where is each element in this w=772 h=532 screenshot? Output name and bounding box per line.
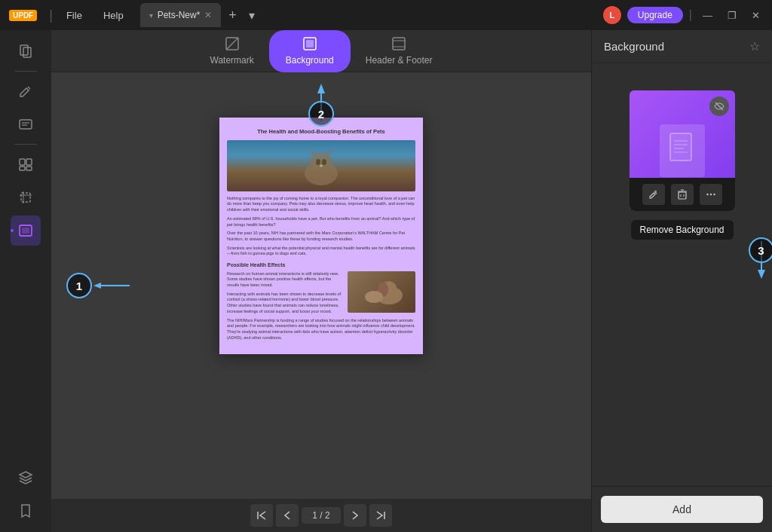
- body6: Interacting with animals has been shown …: [227, 292, 343, 315]
- first-page-button[interactable]: [250, 504, 273, 527]
- background-label: Background: [286, 55, 334, 66]
- svg-rect-40: [670, 133, 691, 161]
- svg-rect-0: [20, 45, 28, 55]
- sidebar-icon-pages[interactable]: [11, 36, 41, 66]
- sidebar-icon-edit[interactable]: [11, 76, 41, 106]
- sidebar-icon-background[interactable]: [11, 216, 41, 246]
- right-panel-footer: Add: [592, 486, 772, 532]
- sidebar-icon-bookmark[interactable]: [11, 496, 41, 526]
- svg-rect-5: [20, 159, 25, 165]
- svg-point-51: [706, 194, 708, 195]
- callout-1: 1: [66, 273, 133, 298]
- eye-off-button[interactable]: [709, 96, 729, 116]
- background-item-wrap: Remove Background 3: [630, 90, 735, 211]
- watermark-icon: [225, 37, 239, 54]
- callout-3-num: 3: [749, 237, 773, 263]
- header-footer-tool[interactable]: Header & Footer: [351, 30, 448, 72]
- callout-1-num: 1: [66, 273, 92, 298]
- background-item[interactable]: [630, 90, 735, 211]
- right-panel-content: Remove Background 3: [592, 63, 772, 486]
- page-indicator: 1 / 2: [302, 507, 340, 524]
- sidebar-icon-organize[interactable]: [11, 149, 41, 179]
- tab-arrow-icon: ▾: [149, 11, 153, 20]
- svg-point-37: [365, 291, 383, 303]
- svg-rect-17: [306, 40, 314, 47]
- restore-button[interactable]: ❐: [723, 10, 741, 21]
- remove-background-tooltip: Remove Background: [630, 220, 733, 240]
- background-icon: [303, 37, 317, 54]
- add-button[interactable]: Add: [601, 496, 763, 523]
- menu-help[interactable]: Help: [93, 0, 134, 30]
- svg-point-52: [709, 194, 711, 195]
- titlebar: UPDF | File Help ▾ Pets-New* ✕ + ▾ L Upg…: [0, 0, 772, 30]
- sidebar-icon-crop[interactable]: [11, 182, 41, 212]
- svg-rect-46: [679, 192, 686, 199]
- tab-label: Pets-New*: [158, 10, 201, 20]
- minimize-button[interactable]: —: [698, 10, 717, 21]
- upgrade-button[interactable]: Upgrade: [627, 7, 683, 23]
- body2: An estimated 68% of U.S. households have…: [227, 216, 415, 228]
- new-tab-button[interactable]: +: [224, 8, 241, 23]
- callout-2-num: 2: [308, 101, 334, 127]
- svg-rect-18: [393, 38, 405, 50]
- win-sep: |: [689, 8, 692, 22]
- next-page-button[interactable]: [344, 504, 366, 527]
- document-area: 2 1 The Health and Mood-Boosting Benefit…: [51, 72, 591, 499]
- svg-rect-13: [22, 228, 29, 234]
- svg-point-53: [713, 194, 715, 195]
- svg-rect-9: [21, 193, 30, 202]
- watermark-tool[interactable]: Watermark: [195, 30, 269, 72]
- page-sep: /: [320, 510, 322, 521]
- page-content: The Health and Mood-Boosting Benefits of…: [219, 118, 423, 354]
- more-options-button[interactable]: [700, 184, 722, 205]
- right-panel-title: Background: [604, 40, 664, 53]
- pagination-bar: 1 / 2: [51, 499, 591, 532]
- app-logo: UPDF: [0, 10, 46, 21]
- col-left: Nothing compares to the joy of coming ho…: [227, 196, 415, 246]
- top-toolbar: Watermark Background: [51, 30, 591, 72]
- callout-3: 3: [743, 237, 773, 283]
- svg-rect-6: [26, 159, 32, 165]
- body5: Research on human-animal interactions is…: [227, 271, 343, 289]
- dog-image: [348, 271, 415, 313]
- last-page-button[interactable]: [369, 504, 392, 527]
- two-col-section2: Research on human-animal interactions is…: [227, 271, 415, 318]
- svg-point-31: [320, 164, 323, 167]
- right-panel: Background ☆: [591, 30, 772, 532]
- tab-area: ▾ Pets-New* ✕ + ▾: [134, 3, 596, 27]
- svg-marker-28: [327, 148, 333, 155]
- edit-background-button[interactable]: [642, 184, 665, 205]
- upgrade-label: Upgrade: [638, 10, 672, 20]
- background-tool[interactable]: Background: [269, 30, 351, 72]
- body7: The NIH/Mars Partnership is funding a ra…: [227, 318, 415, 341]
- close-button[interactable]: ✕: [747, 10, 764, 21]
- right-panel-header: Background ☆: [592, 30, 772, 63]
- prev-page-button[interactable]: [276, 504, 299, 527]
- menu-bar: File Help: [56, 0, 134, 30]
- svg-point-30: [322, 159, 326, 165]
- two-col-section: Nothing compares to the joy of coming ho…: [227, 196, 415, 246]
- sidebar-icon-layers[interactable]: [11, 463, 41, 493]
- svg-point-26: [311, 152, 332, 170]
- bg-doc-icon: [660, 124, 705, 177]
- sidebar-sep2: [14, 144, 37, 145]
- sidebar-icon-annotate[interactable]: [11, 109, 41, 139]
- tab-close-icon[interactable]: ✕: [204, 10, 212, 20]
- body4: Scientists are looking at what the poten…: [227, 246, 415, 257]
- doc-tab[interactable]: ▾ Pets-New* ✕: [140, 3, 222, 27]
- svg-marker-22: [317, 84, 325, 93]
- total-pages: 2: [325, 510, 330, 521]
- tab-list-chevron[interactable]: ▾: [244, 8, 259, 23]
- watermark-label: Watermark: [210, 55, 254, 66]
- delete-background-button[interactable]: [671, 184, 694, 205]
- cat-image: [227, 140, 415, 191]
- favorite-icon[interactable]: ☆: [749, 39, 760, 54]
- main-area: Watermark Background: [0, 30, 772, 532]
- col-right2: [348, 271, 415, 318]
- content-area: Watermark Background: [51, 30, 591, 532]
- svg-line-15: [226, 38, 238, 50]
- svg-rect-1: [23, 47, 31, 57]
- title-separator: |: [46, 8, 56, 23]
- menu-file[interactable]: File: [56, 0, 93, 30]
- background-item-actions: [630, 178, 735, 211]
